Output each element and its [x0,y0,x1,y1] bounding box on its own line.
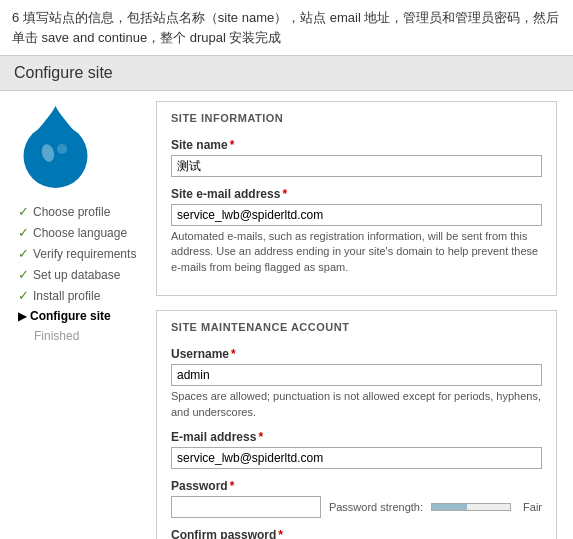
checkmark-icon: ✓ [18,267,29,282]
site-email-label: Site e-mail address* [171,187,542,201]
checkmark-icon: ✓ [18,225,29,240]
sidebar-item-choose-profile[interactable]: ✓ Choose profile [18,201,142,222]
confirm-password-field-group: Confirm password* Passwords match: yes [171,528,542,539]
strength-bar-container [431,503,511,511]
page-title: Configure site [0,56,573,91]
sidebar-label-finished: Finished [34,329,79,343]
strength-bar [432,504,467,510]
checkmark-icon: ✓ [18,246,29,261]
password-strength-label: Password strength: [329,501,423,513]
sidebar-label-choose-language: Choose language [33,226,127,240]
site-name-label: Site name* [171,138,542,152]
svg-point-3 [57,144,67,154]
username-input[interactable] [171,364,542,386]
confirm-password-label: Confirm password* [171,528,542,539]
sidebar-label-configure-site: Configure site [30,309,111,323]
sidebar-item-verify-requirements[interactable]: ✓ Verify requirements [18,243,142,264]
sidebar-label-set-up-database: Set up database [33,268,120,282]
site-email-hint: Automated e-mails, such as registration … [171,229,542,275]
site-name-input[interactable] [171,155,542,177]
sidebar-label-choose-profile: Choose profile [33,205,110,219]
checkmark-icon: ✓ [18,288,29,303]
required-marker: * [231,347,236,361]
username-label: Username* [171,347,542,361]
username-field-group: Username* Spaces are allowed; punctuatio… [171,347,542,420]
site-email-field-group: Site e-mail address* Automated e-mails, … [171,187,542,275]
required-marker: * [230,138,235,152]
maintenance-account-section: SITE MAINTENANCE ACCOUNT Username* Space… [156,310,557,539]
password-row: Password strength: Fair [171,496,542,518]
form-area: SITE INFORMATION Site name* Site e-mail … [150,101,563,539]
username-hint: Spaces are allowed; punctuation is not a… [171,389,542,420]
sidebar-item-install-profile[interactable]: ✓ Install profile [18,285,142,306]
admin-email-label: E-mail address* [171,430,542,444]
password-label: Password* [171,479,542,493]
password-input[interactable] [171,496,321,518]
arrow-icon: ▶ [18,310,26,323]
site-email-input[interactable] [171,204,542,226]
password-strength-value: Fair [523,501,542,513]
required-marker: * [230,479,235,493]
site-name-field-group: Site name* [171,138,542,177]
required-marker: * [258,430,263,444]
sidebar-item-finished: Finished [18,326,142,346]
site-information-title: SITE INFORMATION [171,112,542,128]
sidebar-item-set-up-database[interactable]: ✓ Set up database [18,264,142,285]
sidebar-label-install-profile: Install profile [33,289,100,303]
sidebar: ✓ Choose profile ✓ Choose language ✓ Ver… [10,101,150,539]
required-marker: * [278,528,283,539]
maintenance-account-title: SITE MAINTENANCE ACCOUNT [171,321,542,337]
instruction-content: 6 填写站点的信息，包括站点名称（site name），站点 email 地址，… [12,10,560,45]
drupal-logo [18,101,142,191]
checkmark-icon: ✓ [18,204,29,219]
admin-email-field-group: E-mail address* [171,430,542,469]
site-information-section: SITE INFORMATION Site name* Site e-mail … [156,101,557,296]
instruction-text: 6 填写站点的信息，包括站点名称（site name），站点 email 地址，… [0,0,573,56]
password-field-group: Password* Password strength: Fair [171,479,542,518]
sidebar-label-verify-requirements: Verify requirements [33,247,136,261]
required-marker: * [282,187,287,201]
admin-email-input[interactable] [171,447,542,469]
sidebar-item-choose-language[interactable]: ✓ Choose language [18,222,142,243]
sidebar-item-configure-site[interactable]: ▶ Configure site [18,306,142,326]
